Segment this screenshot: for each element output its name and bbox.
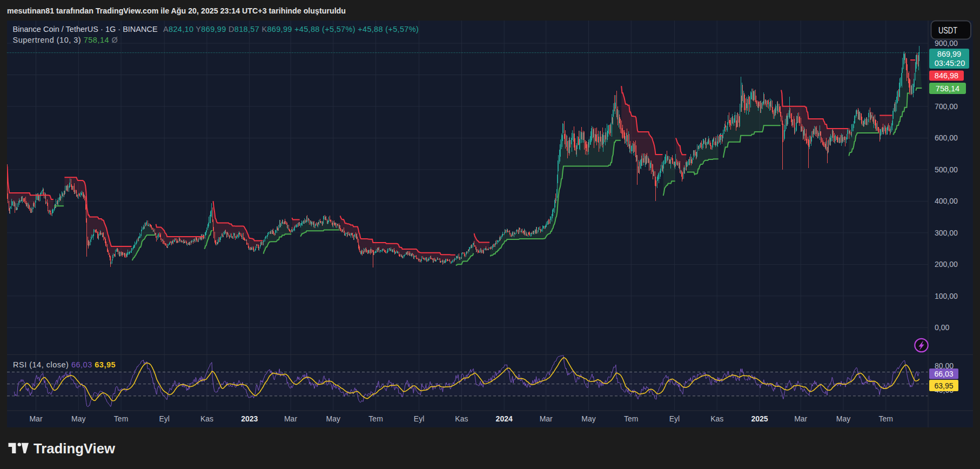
svg-text:03:45:20: 03:45:20 — [935, 59, 965, 68]
svg-text:500,00: 500,00 — [935, 165, 958, 174]
svg-text:Mar: Mar — [540, 414, 553, 423]
svg-text:0,00: 0,00 — [935, 323, 949, 332]
svg-text:63,95: 63,95 — [934, 381, 953, 390]
svg-text:TradingView: TradingView — [33, 440, 116, 457]
svg-text:Eyl: Eyl — [159, 414, 169, 423]
svg-text:Binance Coin / TetherUS · 1G ·: Binance Coin / TetherUS · 1G · BINANCE — [13, 25, 158, 34]
svg-text:Mar: Mar — [794, 414, 807, 423]
svg-text:mesutinan81 tarafından Trading: mesutinan81 tarafından TradingView.com i… — [7, 6, 346, 15]
svg-text:2025: 2025 — [751, 414, 768, 423]
svg-text:Tem: Tem — [114, 414, 128, 423]
svg-text:2023: 2023 — [241, 414, 258, 423]
svg-text:Supertrend (10, 3) 758,14 Ø: Supertrend (10, 3) 758,14 Ø — [13, 36, 118, 44]
svg-text:Tem: Tem — [368, 414, 382, 423]
svg-text:2024: 2024 — [496, 414, 513, 423]
svg-text:Kas: Kas — [455, 414, 468, 423]
svg-text:600,00: 600,00 — [935, 133, 958, 142]
svg-text:869,99: 869,99 — [937, 50, 961, 58]
svg-text:846,98: 846,98 — [935, 71, 958, 80]
svg-text:Kas: Kas — [710, 414, 723, 423]
svg-text:300,00: 300,00 — [935, 229, 958, 237]
svg-text:A824,10 Y869,99 D818,57 K869,9: A824,10 Y869,99 D818,57 K869,99 +45,88 (… — [163, 25, 419, 34]
svg-text:RSI (14, close) 66,03 63,95: RSI (14, close) 66,03 63,95 — [13, 360, 116, 369]
svg-text:May: May — [326, 414, 340, 423]
svg-text:758,14: 758,14 — [936, 84, 959, 93]
svg-text:Tem: Tem — [624, 414, 638, 423]
svg-text:66,03: 66,03 — [934, 370, 953, 378]
svg-text:May: May — [71, 414, 85, 423]
svg-text:USDT: USDT — [938, 25, 957, 36]
svg-text:Eyl: Eyl — [414, 414, 424, 423]
svg-text:Mar: Mar — [29, 414, 42, 423]
svg-text:200,00: 200,00 — [935, 260, 958, 269]
svg-text:100,00: 100,00 — [935, 292, 958, 300]
svg-text:400,00: 400,00 — [935, 197, 958, 205]
svg-text:700,00: 700,00 — [935, 102, 958, 111]
svg-text:Tem: Tem — [879, 414, 893, 423]
svg-text:Kas: Kas — [200, 414, 213, 423]
svg-text:Mar: Mar — [284, 414, 297, 423]
svg-text:May: May — [836, 414, 850, 423]
svg-text:900,00: 900,00 — [935, 39, 958, 48]
svg-text:May: May — [581, 414, 595, 423]
svg-text:Eyl: Eyl — [669, 414, 680, 423]
